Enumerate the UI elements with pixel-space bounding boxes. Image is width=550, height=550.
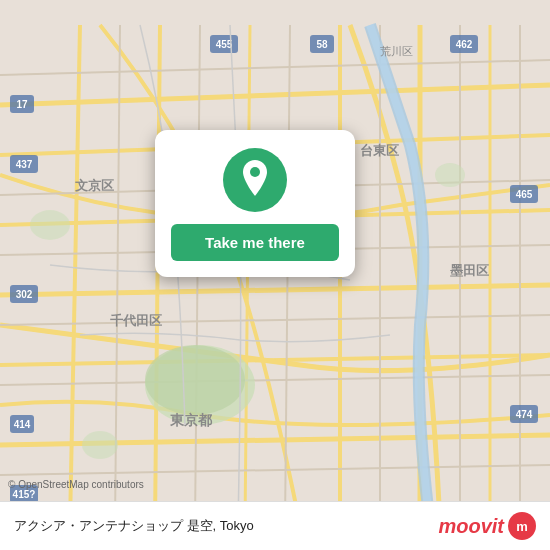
svg-text:302: 302 <box>16 289 33 300</box>
svg-point-29 <box>82 431 118 459</box>
svg-point-27 <box>30 210 70 240</box>
svg-text:文京区: 文京区 <box>75 178 114 193</box>
bottom-info: アクシア・アンテナショップ 是空, Tokyo <box>14 517 254 535</box>
pin-circle <box>223 148 287 212</box>
svg-text:m: m <box>516 519 528 534</box>
svg-text:東京都: 東京都 <box>170 412 213 428</box>
location-pin-icon <box>239 160 271 201</box>
svg-point-28 <box>435 163 465 187</box>
svg-text:台東区: 台東区 <box>360 143 399 158</box>
svg-text:墨田区: 墨田区 <box>450 263 489 278</box>
popup-card: Take me there <box>155 130 355 277</box>
svg-text:437: 437 <box>16 159 33 170</box>
copyright-text: © OpenStreetMap contributors <box>8 479 144 490</box>
svg-text:千代田区: 千代田区 <box>110 313 162 328</box>
svg-text:462: 462 <box>456 39 473 50</box>
svg-text:414: 414 <box>14 419 31 430</box>
svg-text:465: 465 <box>516 189 533 200</box>
svg-point-26 <box>145 345 245 415</box>
svg-text:415?: 415? <box>13 489 36 500</box>
svg-point-56 <box>250 167 260 177</box>
moovit-text: moovit <box>438 515 504 538</box>
moovit-icon: m <box>508 512 536 540</box>
place-name: アクシア・アンテナショップ 是空, Tokyo <box>14 517 254 535</box>
bottom-bar: アクシア・アンテナショップ 是空, Tokyo moovit m <box>0 501 550 550</box>
svg-text:17: 17 <box>16 99 28 110</box>
svg-text:474: 474 <box>516 409 533 420</box>
svg-text:荒川区: 荒川区 <box>380 45 413 57</box>
take-me-there-button[interactable]: Take me there <box>171 224 339 261</box>
svg-text:58: 58 <box>316 39 328 50</box>
moovit-logo: moovit m <box>438 512 536 540</box>
map-container: 文京区 台東区 千代田区 墨田区 東京都 荒川区 17 437 302 414 … <box>0 0 550 550</box>
